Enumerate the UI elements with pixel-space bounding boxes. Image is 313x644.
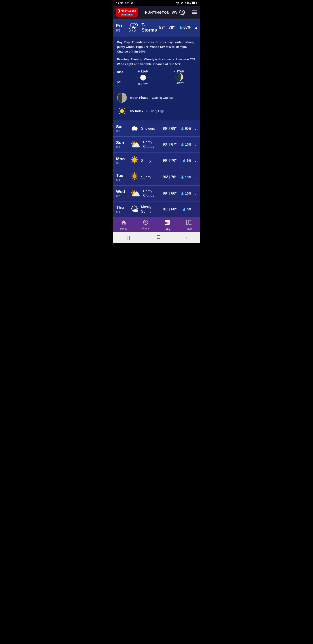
sun-moon-row: Rise Set 6:32AM 8:37PM 4:17AM 🌒 7:59PM (117, 70, 196, 86)
fc-date-sat: Sat 8/3 (116, 124, 128, 132)
fc-temps-sat: 86° | 68° (163, 126, 177, 130)
moon-set-time: 7:59PM (174, 81, 184, 84)
hourly-icon (143, 220, 148, 226)
sun-track (135, 74, 151, 82)
sun-column: 6:32AM 8:37PM (126, 70, 160, 86)
rain-drop-icon: 💧 (182, 159, 186, 162)
current-day-date: Fri 8/2 (116, 23, 126, 32)
search-button[interactable] (179, 10, 185, 15)
fc-icon-sun: ⛅ (130, 140, 141, 149)
forecast-row-mon[interactable]: Mon 8/5 Sunny 96° | 70° 💧 (113, 152, 200, 169)
rain-drop-icon: 💧 (181, 143, 184, 146)
forecast-row-wed[interactable]: Wed 8/7 ⛅ PartlyCloudy 89° | 66° 💧 15% ⌄ (113, 186, 200, 202)
svg-line-20 (136, 162, 137, 162)
rain-drop-icon: 💧 (179, 26, 183, 29)
fc-chevron-tue[interactable]: ⌄ (194, 175, 197, 179)
sys-home-button[interactable] (156, 234, 161, 240)
moon-column: 4:17AM 🌒 7:59PM (162, 70, 196, 84)
forecast-row-thu[interactable]: Thu 8/8 🌤 MostlySunny 91° | 68° 💧 5% ⌄ (113, 202, 200, 217)
fc-icon-wed: ⛅ (130, 189, 141, 198)
sun-rise-time: 6:32AM (138, 70, 148, 73)
app-header: 3 FIRST ALERT WEATHER HUNTINGTON, WV (113, 6, 200, 19)
fc-icon-tue (130, 172, 139, 182)
fc-date-thu: Thu 8/8 (116, 205, 128, 213)
svg-rect-1 (196, 2, 197, 3)
fc-chevron-mon[interactable]: ⌄ (194, 158, 197, 163)
fc-date-sun: Sun 8/4 (116, 140, 128, 148)
current-rain-chance: 💧 65% (179, 26, 191, 30)
sys-menu-button[interactable]: ||| (126, 235, 131, 240)
current-day-header[interactable]: Fri 8/2 ⛈ T-Storms 87° | 70° 💧 65% ▲ (113, 19, 200, 36)
svg-line-19 (132, 157, 133, 158)
status-time: 12:30 (116, 2, 124, 5)
svg-line-13 (119, 113, 120, 114)
logo-weather-text: WEATHER (121, 14, 133, 16)
svg-line-4 (183, 13, 184, 14)
status-left: 12:30 85° ✕ (116, 2, 133, 5)
fc-icon-sat: 🌧 (130, 124, 139, 133)
fc-condition-tue: Sunny (141, 175, 161, 179)
battery-percent: 69% (185, 2, 191, 5)
svg-line-11 (124, 113, 125, 114)
fc-icon-thu: 🌤 (130, 204, 139, 214)
fc-date-wed: Wed 8/7 (116, 189, 128, 198)
fc-rain-wed: 💧 15% (180, 192, 191, 195)
svg-line-10 (119, 108, 120, 109)
fc-rain-sun: 💧 10% (180, 143, 191, 146)
map-icon (186, 220, 192, 226)
fc-chevron-sun[interactable]: ⌄ (194, 142, 197, 146)
status-right: ⊘ 69% (176, 1, 197, 5)
svg-rect-2 (192, 2, 195, 4)
day-label: Day: (117, 40, 124, 44)
nav-map[interactable]: Map (178, 220, 200, 230)
battery-icon (192, 2, 197, 5)
fc-condition-wed: PartlyCloudy (143, 189, 161, 198)
nav-hourly[interactable]: Hourly (135, 220, 157, 230)
bottom-navigation: Home Hourly (113, 217, 200, 232)
daily-icon (164, 219, 170, 226)
fc-date-tue: Tue 8/6 (116, 173, 128, 181)
moon-phase-label: Moon Phase (130, 96, 148, 100)
svg-line-28 (132, 174, 133, 174)
uv-index-label: UV Index (130, 109, 143, 113)
svg-line-21 (136, 157, 137, 158)
uv-index-value: 8 - Very High (146, 109, 164, 113)
fc-temps-sun: 93° | 67° (163, 142, 177, 146)
rise-set-labels: Rise Set (117, 70, 124, 84)
fc-condition-sun: PartlyCloudy (143, 140, 161, 148)
nav-daily[interactable]: Daily (157, 219, 179, 230)
svg-point-14 (132, 158, 137, 162)
moon-phase-value: Waning Crescent (151, 96, 175, 100)
svg-line-12 (124, 108, 125, 109)
nav-home[interactable]: Home (113, 220, 135, 230)
fc-temps-thu: 91° | 68° (163, 207, 177, 211)
fc-chevron-thu[interactable]: ⌄ (194, 207, 197, 211)
hourly-label: Hourly (142, 227, 149, 230)
fc-condition-sat: Showers (141, 126, 161, 130)
evening-description: Evening: Evening: Cloudy with showers. L… (117, 57, 196, 67)
forecast-list: Sat 8/3 🌧 Showers 86° | 68° 💧 50% ⌄ Sun … (113, 121, 200, 217)
forecast-row-sat[interactable]: Sat 8/3 🌧 Showers 86° | 68° 💧 50% ⌄ (113, 121, 200, 137)
menu-button[interactable] (192, 10, 197, 14)
fc-icon-mon (130, 156, 139, 166)
moon-crescent-icon: 🌒 (175, 73, 184, 81)
fc-rain-sat: 💧 50% (180, 127, 191, 130)
system-navigation: ||| ‹ (113, 232, 200, 243)
home-icon (121, 220, 127, 226)
status-notification-icon: ✕ (130, 2, 133, 5)
evening-label: Evening: (117, 58, 130, 61)
fc-temps-tue: 96° | 70° (163, 175, 177, 179)
forecast-row-tue[interactable]: Tue 8/6 Sunny 96° | 70° 💧 (113, 169, 200, 186)
map-label: Map (187, 227, 192, 230)
forecast-row-sun[interactable]: Sun 8/4 ⛅ PartlyCloudy 93° | 67° 💧 10% ⌄ (113, 137, 200, 152)
fc-chevron-wed[interactable]: ⌄ (194, 191, 197, 196)
svg-line-22 (132, 162, 133, 162)
sys-back-button[interactable]: ‹ (186, 235, 187, 240)
fc-condition-mon: Sunny (141, 158, 161, 163)
fc-chevron-sat[interactable]: ⌄ (194, 126, 197, 130)
uv-index-row: UV Index 8 - Very High (117, 106, 196, 116)
expand-chevron[interactable]: ▲ (194, 25, 198, 30)
svg-line-31 (132, 178, 133, 179)
app-logo: 3 FIRST ALERT WEATHER (116, 8, 138, 17)
fc-date-mon: Mon 8/5 (116, 156, 128, 165)
